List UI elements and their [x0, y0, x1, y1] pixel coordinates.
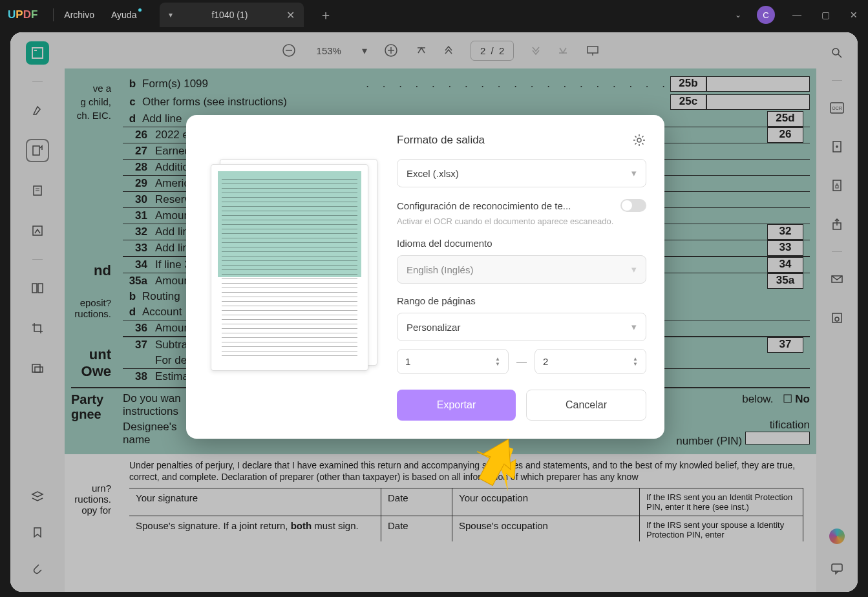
language-select[interactable]: English (Inglés)▾	[397, 255, 646, 284]
language-label: Idioma del documento	[397, 238, 646, 249]
cancel-button[interactable]: Cancelar	[526, 390, 646, 421]
export-modal: Formato de salida Excel (.xlsx)▾ Configu…	[186, 115, 664, 439]
range-dash: —	[516, 356, 527, 368]
app-logo: UPDF	[8, 8, 37, 21]
ocr-toggle[interactable]	[620, 199, 646, 212]
page-range-label: Rango de páginas	[397, 295, 646, 306]
window-close-icon[interactable]: ✕	[847, 10, 860, 20]
modal-title: Formato de salida	[397, 134, 485, 147]
ocr-config-label: Configuración de reconocimiento de te...	[397, 200, 571, 211]
tab-add-icon[interactable]: ＋	[319, 6, 332, 24]
ocr-hint: Activar el OCR cuando el documento apare…	[397, 216, 646, 227]
tab-title: f1040 (1)	[211, 10, 248, 20]
output-format-select[interactable]: Excel (.xlsx)▾	[397, 159, 646, 187]
tab-dropdown-icon[interactable]: ▾	[169, 10, 173, 19]
page-range-select[interactable]: Personalizar▾	[397, 313, 646, 341]
window-minimize-icon[interactable]: —	[790, 10, 803, 20]
page-from-input[interactable]: 1▲▼	[397, 349, 509, 374]
window-maximize-icon[interactable]: ▢	[819, 10, 832, 20]
menu-file[interactable]: Archivo	[64, 10, 94, 20]
export-button[interactable]: Exportar	[397, 390, 516, 421]
page-to-input[interactable]: 2▲▼	[535, 349, 646, 374]
document-tab[interactable]: ▾ f1040 (1) ✕	[160, 3, 304, 27]
svg-point-30	[637, 138, 641, 142]
settings-gear-icon[interactable]	[632, 133, 646, 147]
user-avatar[interactable]: C	[757, 6, 775, 24]
tab-close-icon[interactable]: ✕	[286, 9, 295, 21]
tabs-dropdown-icon[interactable]: ⌄	[735, 10, 741, 19]
page-thumbnail-preview	[211, 159, 372, 379]
menu-help[interactable]: Ayuda	[111, 10, 136, 20]
